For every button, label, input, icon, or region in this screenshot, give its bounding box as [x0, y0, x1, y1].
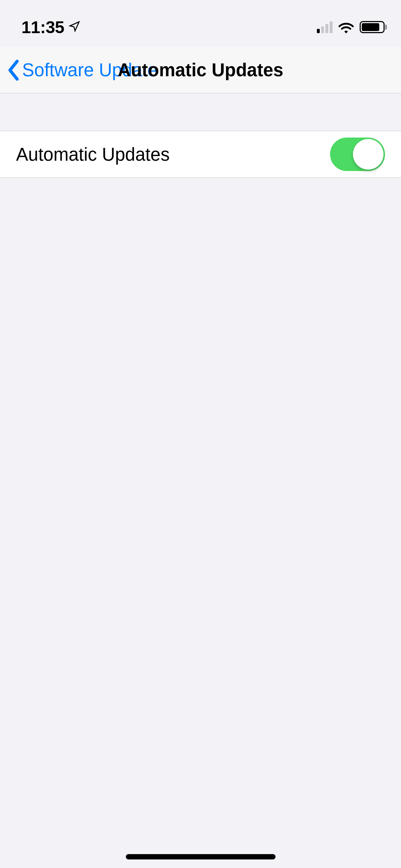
content: Automatic Updates	[0, 93, 401, 178]
automatic-updates-toggle[interactable]	[330, 138, 385, 171]
battery-icon	[360, 21, 387, 33]
settings-row-automatic-updates: Automatic Updates	[0, 131, 401, 178]
status-time: 11:35	[21, 17, 64, 37]
nav-header: Software Update Automatic Updates	[0, 47, 401, 93]
toggle-knob	[353, 139, 384, 170]
home-indicator	[126, 854, 276, 859]
status-left: 11:35	[21, 17, 81, 37]
chevron-left-icon	[6, 60, 21, 81]
page-title: Automatic Updates	[118, 60, 283, 81]
status-bar: 11:35	[0, 0, 401, 47]
settings-row-label: Automatic Updates	[16, 144, 170, 165]
cellular-signal-icon	[317, 21, 333, 33]
location-icon	[68, 20, 81, 34]
status-right	[317, 21, 387, 33]
wifi-icon	[338, 21, 355, 33]
